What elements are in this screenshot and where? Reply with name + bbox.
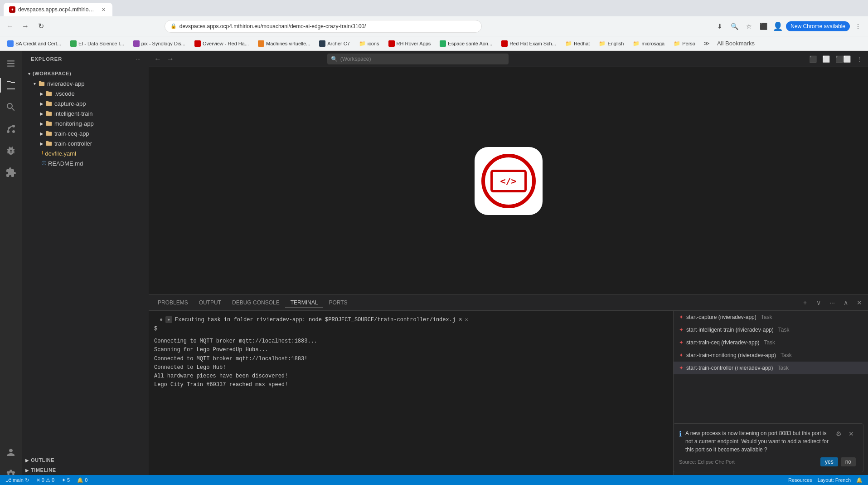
download-icon[interactable]: ⬇ bbox=[713, 20, 726, 33]
workspace-search-bar[interactable]: 🔍 (Workspace) bbox=[327, 54, 509, 64]
terminal-close-button[interactable]: ✕ bbox=[854, 298, 864, 308]
status-tasks[interactable]: ✦ 5 bbox=[60, 477, 72, 483]
workspace-search-icon: 🔍 bbox=[331, 56, 338, 62]
vscode-folder-item[interactable]: ▶ .vscode bbox=[22, 88, 149, 98]
forward-button[interactable]: → bbox=[19, 20, 32, 33]
bookmark-icons[interactable]: 📁 icons bbox=[355, 39, 383, 48]
bookmark-perso[interactable]: 📁 Perso bbox=[670, 39, 699, 48]
svg-point-3 bbox=[7, 130, 10, 133]
timeline-section[interactable]: ▶ TIMELINE bbox=[22, 465, 149, 475]
extensions-icon[interactable]: ⬛ bbox=[757, 20, 770, 33]
editor-forward-button[interactable]: → bbox=[165, 54, 176, 64]
bookmark-ei-data[interactable]: EI - Data Science I... bbox=[67, 39, 128, 48]
tab-output[interactable]: OUTPUT bbox=[194, 298, 227, 308]
bookmark-archer[interactable]: Archer C7 bbox=[315, 39, 354, 48]
capture-app-item[interactable]: ▶ capture-app bbox=[22, 98, 149, 108]
status-resources[interactable]: Resources bbox=[786, 477, 814, 483]
tab-close-button[interactable]: ✕ bbox=[100, 6, 107, 13]
address-bar[interactable]: 🔒 devspaces.apps.ocp4.mthirion.eu/mouach… bbox=[165, 20, 482, 33]
notification-header: ℹ A new process is now listening on port… bbox=[679, 429, 856, 454]
bookmark-english[interactable]: 📁 English bbox=[595, 39, 627, 48]
workspace-item[interactable]: ▾ (WORKSPACE) bbox=[22, 69, 149, 78]
intelligent-train-label: intelligent-train bbox=[54, 110, 93, 117]
browser-tab[interactable]: ✦ devspaces.apps.ocp4.mthirion.eu/mouach… bbox=[4, 3, 112, 16]
notification-close-button[interactable]: ✕ bbox=[847, 429, 856, 438]
activity-bar-extensions[interactable] bbox=[0, 162, 22, 183]
bookmark-redhat-exam[interactable]: Red Hat Exam Sch... bbox=[498, 39, 560, 48]
tab-debug-console[interactable]: DEBUG CONSOLE bbox=[227, 298, 285, 308]
bookmark-rover[interactable]: RH Rover Apps bbox=[385, 39, 435, 48]
editor-back-button[interactable]: ← bbox=[152, 54, 163, 64]
warning-icon: ⚠ bbox=[46, 477, 50, 483]
terminal-output-area[interactable]: ● ✦ Executing task in folder rivieradev-… bbox=[149, 311, 673, 485]
bookmark-redhat-folder[interactable]: 📁 Redhat bbox=[562, 39, 593, 48]
activity-bar-search[interactable] bbox=[0, 96, 22, 118]
terminal-dropdown-button[interactable]: ∨ bbox=[814, 298, 824, 308]
intelligent-train-chevron: ▶ bbox=[38, 110, 45, 117]
readme-item[interactable]: ⓘ README.md bbox=[22, 158, 149, 168]
status-notifications[interactable]: 🔔 0 bbox=[75, 477, 89, 483]
notification-gear-button[interactable]: ⚙ bbox=[834, 429, 843, 438]
svg-rect-2 bbox=[7, 66, 15, 67]
browser-tab-bar: ✦ devspaces.apps.ocp4.mthirion.eu/mouach… bbox=[0, 0, 868, 16]
bookmark-microsaga[interactable]: 📁 microsaga bbox=[629, 39, 668, 48]
root-folder-item[interactable]: ▾ rivieradev-app bbox=[22, 78, 149, 88]
toggle-panel-button[interactable]: ⬜ bbox=[820, 54, 832, 64]
intelligent-train-item[interactable]: ▶ intelligent-train bbox=[22, 108, 149, 118]
bookmark-machines[interactable]: Machines virtuelle... bbox=[254, 39, 314, 48]
new-file-button[interactable]: ··· bbox=[133, 54, 143, 64]
task-type-capture: Task bbox=[761, 314, 772, 320]
notification-yes-button[interactable]: yes bbox=[820, 457, 838, 466]
devfile-item[interactable]: ! devfile.yaml bbox=[22, 148, 149, 158]
bookmark-overview[interactable]: Overview - Red Ha... bbox=[191, 39, 252, 48]
activity-bar-scm[interactable] bbox=[0, 118, 22, 140]
add-terminal-button[interactable]: + bbox=[800, 298, 810, 308]
toggle-right-sidebar-button[interactable]: ⬛⬜ bbox=[834, 54, 853, 64]
bookmark-pix[interactable]: pix - Synology Dis... bbox=[130, 39, 189, 48]
devfile-label: devfile.yaml bbox=[45, 150, 76, 157]
outline-label: OUTLINE bbox=[31, 457, 54, 463]
new-chrome-badge[interactable]: New Chrome available bbox=[786, 21, 850, 31]
bookmark-star-icon[interactable]: ☆ bbox=[742, 20, 755, 33]
outline-section[interactable]: ▶ OUTLINE bbox=[22, 455, 149, 465]
notification-actions: yes no bbox=[820, 457, 856, 466]
train-ceq-chevron: ▶ bbox=[38, 130, 45, 137]
profile-icon[interactable]: 👤 bbox=[771, 20, 784, 33]
status-bell[interactable]: 🔔 bbox=[854, 477, 864, 483]
train-controller-item[interactable]: ▶ train-controller bbox=[22, 138, 149, 148]
status-errors[interactable]: ✕ 0 ⚠ 0 bbox=[34, 477, 56, 483]
back-button[interactable]: ← bbox=[4, 20, 16, 33]
bookmark-espace[interactable]: Espace santé Aon... bbox=[436, 39, 496, 48]
bookmark-sa-credit[interactable]: SA Credit and Cert... bbox=[4, 39, 65, 48]
activity-bar-explorer[interactable] bbox=[0, 74, 22, 96]
activity-bar-menu[interactable] bbox=[0, 53, 22, 74]
all-bookmarks-label[interactable]: All Bookmarks bbox=[714, 39, 757, 48]
task-close-icon: ✕ bbox=[465, 316, 468, 323]
tab-terminal[interactable]: TERMINAL bbox=[285, 298, 324, 308]
task-start-intelligent-train[interactable]: ✦ start-intelligent-train (rivieradev-ap… bbox=[674, 323, 868, 336]
task-start-train-controller[interactable]: ✦ start-train-controller (rivieradev-app… bbox=[674, 362, 868, 374]
activity-bar-debug[interactable] bbox=[0, 140, 22, 162]
status-layout[interactable]: Layout: French bbox=[816, 477, 853, 483]
task-start-train-monitoring[interactable]: ✦ start-train-monitoring (rivieradev-app… bbox=[674, 349, 868, 362]
status-branch[interactable]: ⎇ main ↻ bbox=[4, 477, 31, 483]
terminal-maximize-button[interactable]: ∧ bbox=[841, 298, 851, 308]
tab-problems[interactable]: PROBLEMS bbox=[152, 298, 194, 308]
tab-ports[interactable]: PORTS bbox=[323, 298, 353, 308]
task-start-capture[interactable]: ✦ start-capture (rivieradev-app) Task bbox=[674, 311, 868, 323]
monitoring-app-item[interactable]: ▶ monitoring-app bbox=[22, 118, 149, 128]
customize-layout-button[interactable]: ⋮ bbox=[854, 54, 864, 64]
terminal-output-2: Scanning for Lego PoweredUp Hubs... bbox=[154, 346, 668, 354]
notification-no-button[interactable]: no bbox=[841, 457, 856, 466]
terminal-more-button[interactable]: ··· bbox=[827, 298, 837, 308]
train-ceq-item[interactable]: ▶ train-ceq-app bbox=[22, 128, 149, 138]
search-icon[interactable]: 🔍 bbox=[728, 20, 741, 33]
bookmarks-more-button[interactable]: ≫ bbox=[701, 39, 713, 48]
reload-button[interactable]: ↻ bbox=[34, 20, 47, 33]
activity-bar-account[interactable] bbox=[0, 441, 22, 463]
task-type-controller: Task bbox=[777, 365, 789, 371]
menu-icon[interactable]: ⋮ bbox=[852, 20, 864, 33]
toggle-sidebar-button[interactable]: ⬛ bbox=[807, 54, 819, 64]
task-start-train-ceq[interactable]: ✦ start-train-ceq (rivieradev-app) Task bbox=[674, 336, 868, 349]
error-count: 0 bbox=[42, 477, 44, 483]
